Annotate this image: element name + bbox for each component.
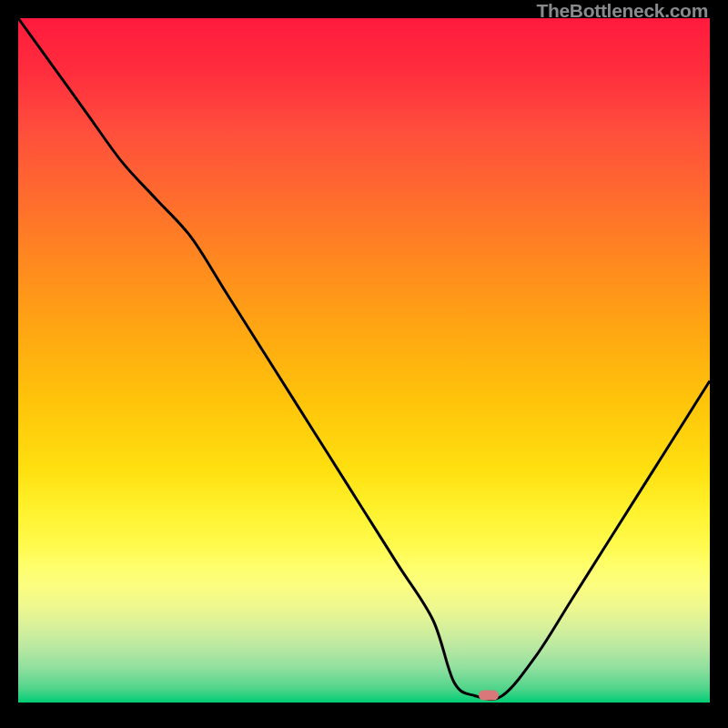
watermark-text: TheBottleneck.com <box>536 0 708 22</box>
optimal-marker <box>479 691 499 701</box>
plot-area <box>18 18 710 703</box>
bottleneck-curve <box>18 18 710 703</box>
chart-border-bottom <box>0 703 728 728</box>
